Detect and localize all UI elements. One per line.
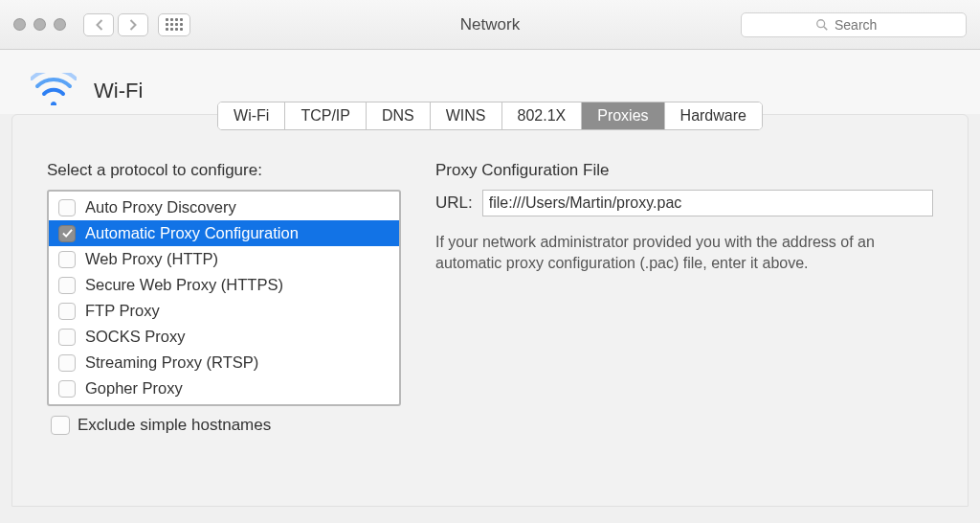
tab-dns[interactable]: DNS [367,102,431,129]
forward-button[interactable] [118,13,148,36]
protocol-row[interactable]: Secure Web Proxy (HTTPS) [49,272,399,298]
protocol-checkbox[interactable] [58,303,76,320]
show-all-button[interactable] [158,13,190,36]
protocol-checkbox[interactable] [58,329,76,346]
protocol-column: Select a protocol to configure: Auto Pro… [47,161,401,435]
url-label: URL: [435,193,473,213]
protocol-row[interactable]: Streaming Proxy (RTSP) [49,350,399,375]
svg-line-1 [824,26,828,30]
exclude-hostnames-checkbox[interactable] [51,416,70,435]
protocol-label: Web Proxy (HTTP) [85,250,218,268]
tab-802-1x[interactable]: 802.1X [502,102,583,129]
protocol-label: Automatic Proxy Configuration [85,224,299,242]
minimize-window-button[interactable] [33,18,46,31]
chevron-left-icon [95,19,103,31]
preferences-body: Wi-FiTCP/IPDNSWINS802.1XProxiesHardware … [0,114,980,507]
protocol-checkbox[interactable] [58,277,76,294]
protocol-checkbox[interactable] [58,225,76,242]
protocol-list[interactable]: Auto Proxy DiscoveryAutomatic Proxy Conf… [47,190,401,406]
chevron-right-icon [129,19,138,31]
exclude-hostnames-label: Exclude simple hostnames [78,416,271,435]
window-title: Network [460,15,520,34]
protocol-checkbox[interactable] [58,199,76,216]
interface-name: Wi-Fi [94,79,143,103]
svg-point-0 [817,19,825,27]
toolbar: Network [0,0,980,50]
zoom-window-button[interactable] [54,18,66,31]
grid-icon [166,18,183,31]
protocol-checkbox[interactable] [58,380,76,398]
protocol-label: Streaming Proxy (RTSP) [85,353,258,372]
protocol-row[interactable]: Auto Proxy Discovery [49,194,399,220]
search-input[interactable] [835,17,892,33]
nav-buttons [83,13,148,36]
config-column: Proxy Configuration File URL: If your ne… [435,161,933,435]
tab-wins[interactable]: WINS [431,102,502,129]
protocol-row[interactable]: Automatic Proxy Configuration [49,220,399,246]
window-controls [13,18,66,31]
protocol-row[interactable]: Gopher Proxy [49,375,399,401]
url-input[interactable] [482,190,933,216]
protocol-label: Auto Proxy Discovery [85,198,236,216]
tab-tcp-ip[interactable]: TCP/IP [285,102,367,129]
protocol-label: FTP Proxy [85,302,160,320]
help-text: If your network administrator provided y… [435,232,876,273]
protocol-row[interactable]: SOCKS Proxy [49,324,399,350]
tab-hardware[interactable]: Hardware [665,102,762,129]
search-field[interactable] [741,12,967,37]
settings-panel: Wi-FiTCP/IPDNSWINS802.1XProxiesHardware … [11,114,969,507]
tab-wi-fi[interactable]: Wi-Fi [218,102,285,129]
url-row: URL: [435,190,933,216]
config-heading: Proxy Configuration File [435,161,933,180]
tabbar: Wi-FiTCP/IPDNSWINS802.1XProxiesHardware [12,102,968,130]
protocol-label: Gopher Proxy [85,379,183,398]
protocol-label: Secure Web Proxy (HTTPS) [85,276,283,294]
exclude-hostnames-row[interactable]: Exclude simple hostnames [47,416,401,435]
protocol-checkbox[interactable] [58,354,76,372]
search-icon [815,18,829,32]
back-button[interactable] [83,13,114,36]
proxies-content: Select a protocol to configure: Auto Pro… [12,130,968,444]
protocol-checkbox[interactable] [58,251,76,268]
protocol-heading: Select a protocol to configure: [47,161,401,180]
protocol-label: SOCKS Proxy [85,328,186,346]
tab-proxies[interactable]: Proxies [582,102,664,129]
close-window-button[interactable] [13,18,26,31]
protocol-row[interactable]: FTP Proxy [49,298,399,324]
protocol-row[interactable]: Web Proxy (HTTP) [49,246,399,272]
wifi-icon [31,73,77,108]
